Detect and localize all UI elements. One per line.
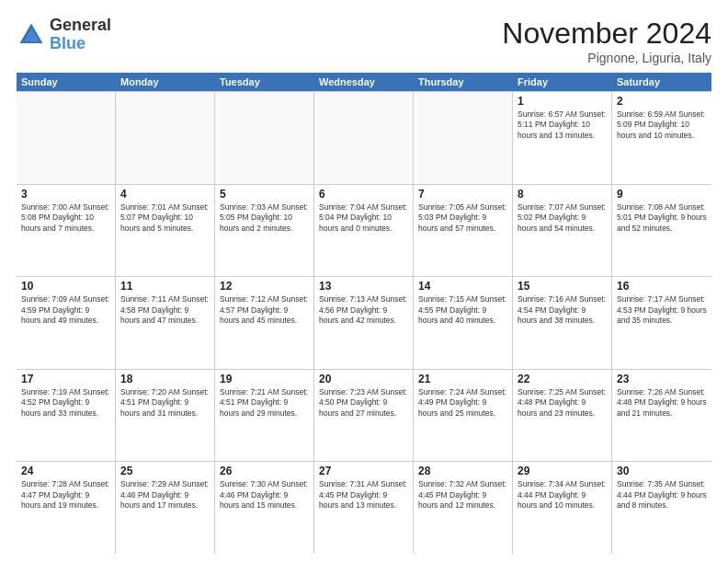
day-number-29: 29 — [518, 465, 607, 477]
day-info-9: Sunrise: 7:08 AM Sunset: 5:01 PM Dayligh… — [617, 202, 707, 234]
header-monday: Monday — [116, 73, 215, 91]
page: General Blue November 2024 Pignone, Ligu… — [0, 0, 728, 563]
header-thursday: Thursday — [414, 73, 513, 91]
cal-cell-2-4: 14Sunrise: 7:15 AM Sunset: 4:55 PM Dayli… — [414, 277, 513, 369]
day-number-21: 21 — [418, 373, 507, 385]
day-info-28: Sunrise: 7:32 AM Sunset: 4:45 PM Dayligh… — [418, 479, 507, 511]
day-info-22: Sunrise: 7:25 AM Sunset: 4:48 PM Dayligh… — [518, 387, 607, 419]
cal-cell-0-2 — [215, 92, 314, 184]
day-number-18: 18 — [120, 373, 210, 385]
cal-cell-1-6: 9Sunrise: 7:08 AM Sunset: 5:01 PM Daylig… — [612, 185, 711, 277]
header: General Blue November 2024 Pignone, Ligu… — [17, 17, 711, 65]
cal-cell-4-3: 27Sunrise: 7:31 AM Sunset: 4:45 PM Dayli… — [314, 462, 414, 554]
logo: General Blue — [17, 17, 111, 53]
day-number-11: 11 — [120, 280, 210, 293]
day-info-6: Sunrise: 7:04 AM Sunset: 5:04 PM Dayligh… — [319, 202, 408, 234]
calendar-body: 1Sunrise: 6:57 AM Sunset: 5:11 PM Daylig… — [17, 91, 711, 554]
logo-icon — [17, 20, 46, 50]
day-info-13: Sunrise: 7:13 AM Sunset: 4:56 PM Dayligh… — [319, 294, 408, 326]
day-number-28: 28 — [418, 465, 507, 477]
day-number-5: 5 — [220, 188, 309, 201]
day-info-25: Sunrise: 7:29 AM Sunset: 4:46 PM Dayligh… — [120, 479, 210, 511]
day-info-10: Sunrise: 7:09 AM Sunset: 4:59 PM Dayligh… — [21, 294, 110, 326]
day-number-2: 2 — [617, 95, 707, 108]
day-number-17: 17 — [21, 373, 110, 385]
cal-cell-4-1: 25Sunrise: 7:29 AM Sunset: 4:46 PM Dayli… — [116, 462, 215, 554]
cal-cell-3-4: 21Sunrise: 7:24 AM Sunset: 4:49 PM Dayli… — [414, 370, 513, 462]
day-info-23: Sunrise: 7:26 AM Sunset: 4:48 PM Dayligh… — [617, 387, 707, 419]
day-number-6: 6 — [319, 188, 408, 201]
cal-cell-4-2: 26Sunrise: 7:30 AM Sunset: 4:46 PM Dayli… — [215, 462, 314, 554]
day-info-8: Sunrise: 7:07 AM Sunset: 5:02 PM Dayligh… — [518, 202, 607, 234]
day-number-25: 25 — [120, 465, 210, 477]
cal-cell-2-2: 12Sunrise: 7:12 AM Sunset: 4:57 PM Dayli… — [215, 277, 314, 369]
title-block: November 2024 Pignone, Liguria, Italy — [502, 17, 711, 65]
day-number-7: 7 — [418, 188, 507, 201]
day-info-19: Sunrise: 7:21 AM Sunset: 4:51 PM Dayligh… — [220, 387, 309, 419]
day-info-30: Sunrise: 7:35 AM Sunset: 4:44 PM Dayligh… — [617, 479, 707, 511]
cal-cell-4-0: 24Sunrise: 7:28 AM Sunset: 4:47 PM Dayli… — [17, 462, 116, 554]
week-row-0: 1Sunrise: 6:57 AM Sunset: 5:11 PM Daylig… — [17, 92, 711, 185]
day-number-4: 4 — [120, 188, 210, 201]
cal-cell-1-2: 5Sunrise: 7:03 AM Sunset: 5:05 PM Daylig… — [215, 185, 314, 277]
cal-cell-3-6: 23Sunrise: 7:26 AM Sunset: 4:48 PM Dayli… — [612, 370, 711, 462]
cal-cell-0-6: 2Sunrise: 6:59 AM Sunset: 5:09 PM Daylig… — [612, 92, 711, 184]
header-tuesday: Tuesday — [215, 73, 314, 91]
day-info-11: Sunrise: 7:11 AM Sunset: 4:58 PM Dayligh… — [120, 294, 210, 326]
day-info-16: Sunrise: 7:17 AM Sunset: 4:53 PM Dayligh… — [617, 294, 707, 326]
cal-cell-3-0: 17Sunrise: 7:19 AM Sunset: 4:52 PM Dayli… — [17, 370, 116, 462]
calendar: Sunday Monday Tuesday Wednesday Thursday… — [17, 73, 711, 554]
day-info-24: Sunrise: 7:28 AM Sunset: 4:47 PM Dayligh… — [21, 479, 110, 511]
week-row-4: 24Sunrise: 7:28 AM Sunset: 4:47 PM Dayli… — [17, 462, 711, 554]
day-info-1: Sunrise: 6:57 AM Sunset: 5:11 PM Dayligh… — [518, 109, 607, 141]
cal-cell-4-5: 29Sunrise: 7:34 AM Sunset: 4:44 PM Dayli… — [513, 462, 612, 554]
cal-cell-3-3: 20Sunrise: 7:23 AM Sunset: 4:50 PM Dayli… — [314, 370, 414, 462]
day-info-18: Sunrise: 7:20 AM Sunset: 4:51 PM Dayligh… — [120, 387, 210, 419]
day-number-27: 27 — [319, 465, 408, 477]
header-sunday: Sunday — [17, 73, 116, 91]
day-info-29: Sunrise: 7:34 AM Sunset: 4:44 PM Dayligh… — [518, 479, 607, 511]
day-number-3: 3 — [21, 188, 110, 201]
week-row-3: 17Sunrise: 7:19 AM Sunset: 4:52 PM Dayli… — [17, 370, 711, 463]
day-number-30: 30 — [617, 465, 707, 477]
day-info-17: Sunrise: 7:19 AM Sunset: 4:52 PM Dayligh… — [21, 387, 110, 419]
week-row-2: 10Sunrise: 7:09 AM Sunset: 4:59 PM Dayli… — [17, 277, 711, 370]
cal-cell-3-1: 18Sunrise: 7:20 AM Sunset: 4:51 PM Dayli… — [116, 370, 215, 462]
day-info-4: Sunrise: 7:01 AM Sunset: 5:07 PM Dayligh… — [120, 202, 210, 234]
logo-general-text: General — [50, 17, 111, 35]
cal-cell-3-2: 19Sunrise: 7:21 AM Sunset: 4:51 PM Dayli… — [215, 370, 314, 462]
day-info-27: Sunrise: 7:31 AM Sunset: 4:45 PM Dayligh… — [319, 479, 408, 511]
day-number-23: 23 — [617, 373, 707, 385]
cal-cell-0-0 — [17, 92, 116, 184]
cal-cell-4-6: 30Sunrise: 7:35 AM Sunset: 4:44 PM Dayli… — [612, 462, 711, 554]
header-wednesday: Wednesday — [314, 73, 414, 91]
month-title: November 2024 — [502, 17, 711, 51]
location: Pignone, Liguria, Italy — [502, 51, 711, 65]
day-info-26: Sunrise: 7:30 AM Sunset: 4:46 PM Dayligh… — [220, 479, 309, 511]
day-number-19: 19 — [220, 373, 309, 385]
cal-cell-3-5: 22Sunrise: 7:25 AM Sunset: 4:48 PM Dayli… — [513, 370, 612, 462]
logo-blue-text: Blue — [50, 35, 111, 53]
cal-cell-1-5: 8Sunrise: 7:07 AM Sunset: 5:02 PM Daylig… — [513, 185, 612, 277]
day-info-12: Sunrise: 7:12 AM Sunset: 4:57 PM Dayligh… — [220, 294, 309, 326]
day-number-16: 16 — [617, 280, 707, 293]
cal-cell-4-4: 28Sunrise: 7:32 AM Sunset: 4:45 PM Dayli… — [414, 462, 513, 554]
cal-cell-0-4 — [414, 92, 513, 184]
day-number-9: 9 — [617, 188, 707, 201]
day-info-20: Sunrise: 7:23 AM Sunset: 4:50 PM Dayligh… — [319, 387, 408, 419]
day-number-1: 1 — [518, 95, 607, 108]
day-number-8: 8 — [518, 188, 607, 201]
day-number-13: 13 — [319, 280, 408, 293]
cal-cell-1-4: 7Sunrise: 7:05 AM Sunset: 5:03 PM Daylig… — [414, 185, 513, 277]
cal-cell-0-5: 1Sunrise: 6:57 AM Sunset: 5:11 PM Daylig… — [513, 92, 612, 184]
day-info-5: Sunrise: 7:03 AM Sunset: 5:05 PM Dayligh… — [220, 202, 309, 234]
day-number-12: 12 — [220, 280, 309, 293]
day-number-24: 24 — [21, 465, 110, 477]
calendar-header: Sunday Monday Tuesday Wednesday Thursday… — [17, 73, 711, 91]
week-row-1: 3Sunrise: 7:00 AM Sunset: 5:08 PM Daylig… — [17, 185, 711, 278]
cal-cell-1-1: 4Sunrise: 7:01 AM Sunset: 5:07 PM Daylig… — [116, 185, 215, 277]
day-number-15: 15 — [518, 280, 607, 293]
day-info-3: Sunrise: 7:00 AM Sunset: 5:08 PM Dayligh… — [21, 202, 110, 234]
day-number-20: 20 — [319, 373, 408, 385]
cal-cell-2-1: 11Sunrise: 7:11 AM Sunset: 4:58 PM Dayli… — [116, 277, 215, 369]
